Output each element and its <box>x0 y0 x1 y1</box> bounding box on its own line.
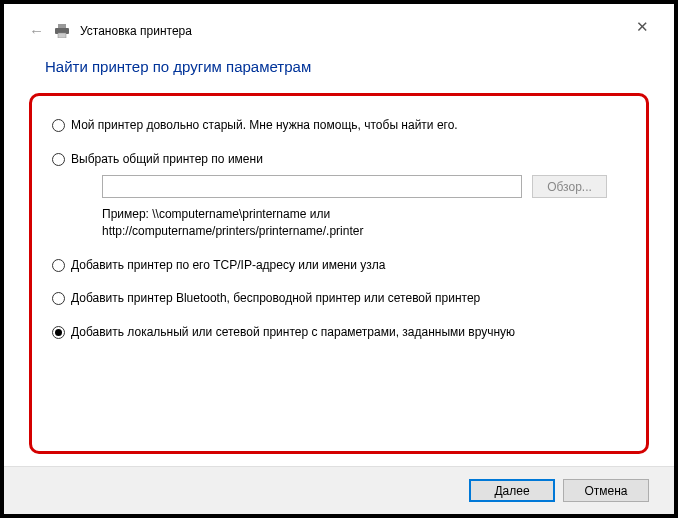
back-arrow-icon[interactable]: ← <box>29 23 44 38</box>
option-shared-by-name[interactable]: Выбрать общий принтер по имени <box>52 152 626 168</box>
option-old-printer[interactable]: Мой принтер довольно старый. Мне нужна п… <box>52 118 626 134</box>
options-group: Мой принтер довольно старый. Мне нужна п… <box>29 93 649 454</box>
example-line: Пример: \\computername\printername или <box>102 207 330 221</box>
svg-rect-0 <box>58 24 66 28</box>
close-icon[interactable]: ✕ <box>636 18 649 36</box>
add-printer-dialog: ← Установка принтера ✕ Найти принтер по … <box>4 4 674 514</box>
dialog-header: ← Установка принтера ✕ <box>29 23 649 38</box>
example-line: http://computername/printers/printername… <box>102 224 363 238</box>
printer-icon <box>54 24 70 38</box>
option-manual[interactable]: Добавить локальный или сетевой принтер с… <box>52 325 626 341</box>
radio-icon[interactable] <box>52 119 65 132</box>
option-label: Выбрать общий принтер по имени <box>71 152 263 168</box>
dialog-footer: Далее Отмена <box>4 466 674 514</box>
option-label: Добавить принтер Bluetooth, беспроводной… <box>71 291 480 307</box>
option-label: Добавить локальный или сетевой принтер с… <box>71 325 515 341</box>
shared-input-row: Обзор... <box>102 175 626 198</box>
printer-name-input[interactable] <box>102 175 522 198</box>
shared-printer-details: Обзор... Пример: \\computername\printern… <box>102 175 626 240</box>
option-tcp-ip[interactable]: Добавить принтер по его TCP/IP-адресу ил… <box>52 258 626 274</box>
option-label: Мой принтер довольно старый. Мне нужна п… <box>71 118 458 134</box>
radio-icon[interactable] <box>52 259 65 272</box>
window-frame: ← Установка принтера ✕ Найти принтер по … <box>0 0 678 518</box>
radio-icon[interactable] <box>52 326 65 339</box>
cancel-button[interactable]: Отмена <box>563 479 649 502</box>
next-button[interactable]: Далее <box>469 479 555 502</box>
option-label: Добавить принтер по его TCP/IP-адресу ил… <box>71 258 385 274</box>
browse-button: Обзор... <box>532 175 607 198</box>
radio-icon[interactable] <box>52 292 65 305</box>
radio-icon[interactable] <box>52 153 65 166</box>
example-text: Пример: \\computername\printername или h… <box>102 206 626 240</box>
dialog-title: Установка принтера <box>80 24 192 38</box>
option-bluetooth[interactable]: Добавить принтер Bluetooth, беспроводной… <box>52 291 626 307</box>
svg-rect-2 <box>58 33 66 38</box>
page-title: Найти принтер по другим параметрам <box>45 58 649 75</box>
